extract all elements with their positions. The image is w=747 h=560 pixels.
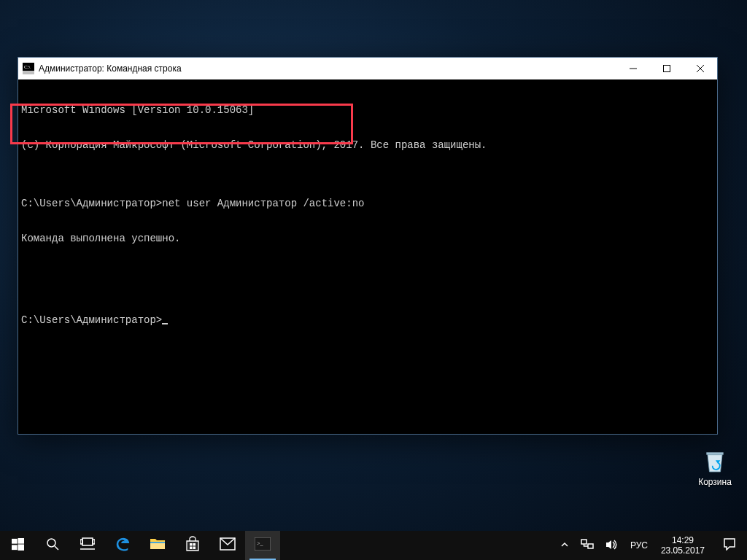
svg-rect-26 xyxy=(581,540,587,544)
recycle-bin-icon xyxy=(687,446,743,475)
search-button[interactable] xyxy=(35,531,70,560)
terminal-line: C:\Users\Администратор>net user Админист… xyxy=(21,198,714,209)
edge-button[interactable] xyxy=(105,531,140,560)
tray-chevron[interactable] xyxy=(554,531,575,560)
terminal-line: Microsoft Windows [Version 10.0.15063] xyxy=(21,104,714,116)
notification-icon xyxy=(723,537,736,553)
svg-rect-7 xyxy=(12,538,18,543)
windows-icon xyxy=(12,538,24,553)
mail-button[interactable] xyxy=(210,531,245,560)
svg-rect-18 xyxy=(150,542,165,543)
svg-rect-27 xyxy=(588,544,593,548)
edge-icon xyxy=(115,536,131,555)
tray-volume[interactable] xyxy=(600,531,624,560)
taskview-icon xyxy=(80,537,95,553)
svg-rect-15 xyxy=(93,540,95,544)
start-button[interactable] xyxy=(0,531,35,560)
taskbar: >_ РУС 14:29 23.05.2017 xyxy=(0,531,747,560)
terminal-area[interactable]: Microsoft Windows [Version 10.0.15063] (… xyxy=(18,79,717,434)
svg-rect-20 xyxy=(193,543,196,546)
cmd-icon: C:\ xyxy=(23,63,34,74)
svg-rect-4 xyxy=(664,66,670,72)
mail-icon xyxy=(220,537,236,553)
store-icon xyxy=(185,536,201,555)
svg-rect-9 xyxy=(12,545,18,550)
clock-time: 14:29 xyxy=(672,535,694,545)
terminal-prompt-line: C:\Users\Администратор> xyxy=(21,314,714,326)
chevron-up-icon xyxy=(560,540,569,551)
svg-text:C:\: C:\ xyxy=(24,64,31,70)
terminal-line: (c) Корпорация Майкрософт (Microsoft Cor… xyxy=(21,139,714,151)
titlebar[interactable]: C:\ Администратор: Командная строка xyxy=(18,58,717,79)
svg-rect-19 xyxy=(190,543,193,546)
window-title: Администратор: Командная строка xyxy=(39,63,182,74)
notifications-button[interactable] xyxy=(712,537,747,553)
file-explorer-button[interactable] xyxy=(140,531,175,560)
recycle-bin-label: Корзина xyxy=(687,477,743,487)
tray-language[interactable]: РУС xyxy=(624,531,654,560)
cmd-window: C:\ Администратор: Командная строка Micr… xyxy=(18,57,718,435)
svg-rect-21 xyxy=(190,547,193,550)
search-icon xyxy=(45,537,60,554)
svg-rect-22 xyxy=(193,547,196,550)
terminal-line: Команда выполнена успешно. xyxy=(21,233,714,244)
recycle-bin[interactable]: Корзина xyxy=(687,446,743,487)
cursor-icon xyxy=(162,323,168,324)
network-icon xyxy=(581,539,594,553)
clock-date: 23.05.2017 xyxy=(661,545,705,556)
cmd-icon: >_ xyxy=(255,537,271,553)
svg-text:>_: >_ xyxy=(257,540,264,547)
store-button[interactable] xyxy=(175,531,210,560)
tray-network[interactable] xyxy=(575,531,600,560)
svg-rect-14 xyxy=(80,540,82,544)
cmd-taskbar-button[interactable]: >_ xyxy=(245,531,280,560)
task-view-button[interactable] xyxy=(70,531,105,560)
svg-rect-10 xyxy=(18,544,24,551)
svg-rect-1 xyxy=(23,71,34,74)
maximize-button[interactable] xyxy=(650,58,684,79)
system-tray: РУС 14:29 23.05.2017 xyxy=(554,531,747,560)
tray-clock[interactable]: 14:29 23.05.2017 xyxy=(654,531,712,560)
minimize-button[interactable] xyxy=(616,58,650,79)
svg-point-11 xyxy=(47,539,55,547)
folder-icon xyxy=(150,537,166,554)
close-button[interactable] xyxy=(684,58,717,79)
svg-rect-8 xyxy=(18,538,24,544)
volume-icon xyxy=(605,539,619,553)
svg-rect-13 xyxy=(82,538,93,545)
svg-line-12 xyxy=(55,546,58,550)
